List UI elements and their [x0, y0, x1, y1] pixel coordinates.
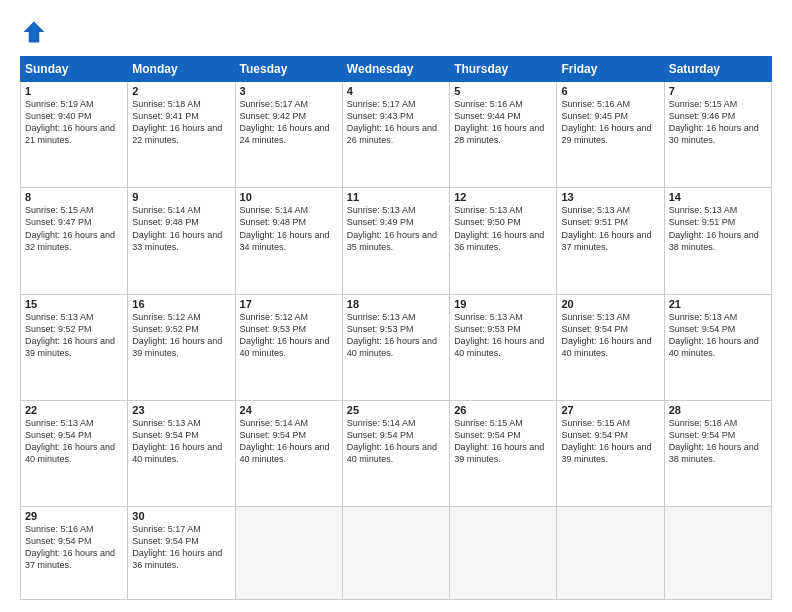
table-row: 8 Sunrise: 5:15 AM Sunset: 9:47 PM Dayli… [21, 188, 128, 294]
table-row: 23 Sunrise: 5:13 AM Sunset: 9:54 PM Dayl… [128, 400, 235, 506]
empty-cell [557, 507, 664, 600]
table-row: 1 Sunrise: 5:19 AM Sunset: 9:40 PM Dayli… [21, 82, 128, 188]
calendar-week-row: 15 Sunrise: 5:13 AM Sunset: 9:52 PM Dayl… [21, 294, 772, 400]
calendar-week-row: 1 Sunrise: 5:19 AM Sunset: 9:40 PM Dayli… [21, 82, 772, 188]
table-row: 29 Sunrise: 5:16 AM Sunset: 9:54 PM Dayl… [21, 507, 128, 600]
table-row: 28 Sunrise: 5:16 AM Sunset: 9:54 PM Dayl… [664, 400, 771, 506]
table-row: 27 Sunrise: 5:15 AM Sunset: 9:54 PM Dayl… [557, 400, 664, 506]
table-row: 13 Sunrise: 5:13 AM Sunset: 9:51 PM Dayl… [557, 188, 664, 294]
table-row: 9 Sunrise: 5:14 AM Sunset: 9:48 PM Dayli… [128, 188, 235, 294]
table-row: 24 Sunrise: 5:14 AM Sunset: 9:54 PM Dayl… [235, 400, 342, 506]
calendar-week-row: 29 Sunrise: 5:16 AM Sunset: 9:54 PM Dayl… [21, 507, 772, 600]
col-wednesday: Wednesday [342, 57, 449, 82]
col-friday: Friday [557, 57, 664, 82]
empty-cell [235, 507, 342, 600]
header-row: Sunday Monday Tuesday Wednesday Thursday… [21, 57, 772, 82]
table-row: 18 Sunrise: 5:13 AM Sunset: 9:53 PM Dayl… [342, 294, 449, 400]
table-row: 17 Sunrise: 5:12 AM Sunset: 9:53 PM Dayl… [235, 294, 342, 400]
col-saturday: Saturday [664, 57, 771, 82]
table-row: 4 Sunrise: 5:17 AM Sunset: 9:43 PM Dayli… [342, 82, 449, 188]
logo-icon [20, 18, 48, 46]
table-row: 14 Sunrise: 5:13 AM Sunset: 9:51 PM Dayl… [664, 188, 771, 294]
calendar-week-row: 22 Sunrise: 5:13 AM Sunset: 9:54 PM Dayl… [21, 400, 772, 506]
table-row: 22 Sunrise: 5:13 AM Sunset: 9:54 PM Dayl… [21, 400, 128, 506]
table-row: 7 Sunrise: 5:15 AM Sunset: 9:46 PM Dayli… [664, 82, 771, 188]
table-row: 5 Sunrise: 5:16 AM Sunset: 9:44 PM Dayli… [450, 82, 557, 188]
col-tuesday: Tuesday [235, 57, 342, 82]
table-row: 16 Sunrise: 5:12 AM Sunset: 9:52 PM Dayl… [128, 294, 235, 400]
col-monday: Monday [128, 57, 235, 82]
empty-cell [664, 507, 771, 600]
table-row: 15 Sunrise: 5:13 AM Sunset: 9:52 PM Dayl… [21, 294, 128, 400]
empty-cell [450, 507, 557, 600]
empty-cell [342, 507, 449, 600]
col-sunday: Sunday [21, 57, 128, 82]
table-row: 20 Sunrise: 5:13 AM Sunset: 9:54 PM Dayl… [557, 294, 664, 400]
table-row: 21 Sunrise: 5:13 AM Sunset: 9:54 PM Dayl… [664, 294, 771, 400]
table-row: 6 Sunrise: 5:16 AM Sunset: 9:45 PM Dayli… [557, 82, 664, 188]
table-row: 2 Sunrise: 5:18 AM Sunset: 9:41 PM Dayli… [128, 82, 235, 188]
calendar-table: Sunday Monday Tuesday Wednesday Thursday… [20, 56, 772, 600]
table-row: 30 Sunrise: 5:17 AM Sunset: 9:54 PM Dayl… [128, 507, 235, 600]
header [20, 18, 772, 46]
table-row: 11 Sunrise: 5:13 AM Sunset: 9:49 PM Dayl… [342, 188, 449, 294]
table-row: 25 Sunrise: 5:14 AM Sunset: 9:54 PM Dayl… [342, 400, 449, 506]
table-row: 10 Sunrise: 5:14 AM Sunset: 9:48 PM Dayl… [235, 188, 342, 294]
table-row: 12 Sunrise: 5:13 AM Sunset: 9:50 PM Dayl… [450, 188, 557, 294]
table-row: 19 Sunrise: 5:13 AM Sunset: 9:53 PM Dayl… [450, 294, 557, 400]
logo [20, 18, 52, 46]
page: Sunday Monday Tuesday Wednesday Thursday… [0, 0, 792, 612]
calendar-week-row: 8 Sunrise: 5:15 AM Sunset: 9:47 PM Dayli… [21, 188, 772, 294]
table-row: 3 Sunrise: 5:17 AM Sunset: 9:42 PM Dayli… [235, 82, 342, 188]
col-thursday: Thursday [450, 57, 557, 82]
table-row: 26 Sunrise: 5:15 AM Sunset: 9:54 PM Dayl… [450, 400, 557, 506]
